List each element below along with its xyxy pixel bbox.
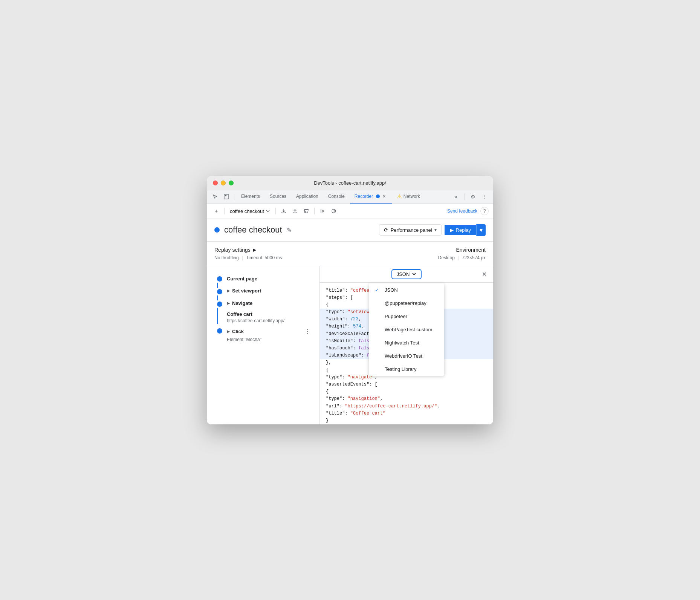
settings-area: Replay settings ▶ No throttling | Timeou… [207,242,493,266]
json-line-18: "title": "Coffee cart" [326,410,487,417]
import-icon [292,208,298,214]
json-format-selector[interactable]: JSON [391,269,422,279]
close-recorder-tab[interactable]: ✕ [381,193,387,199]
json-line-17: "url": "https://coffee-cart.netlify.app/… [326,403,487,410]
import-btn[interactable] [290,206,300,216]
play-step-btn[interactable] [318,206,327,216]
title-bar: DevTools - coffee-cart.netlify.app/ [207,176,493,190]
replay-settings-title[interactable]: Replay settings ▶ [214,247,438,253]
dropdown-item-puppeteer-replay[interactable]: @puppeteer/replay [369,297,444,310]
warning-icon: ⚠ [397,193,402,199]
replay-main-btn[interactable]: ▶ Replay [445,225,476,235]
dropdown-item-testing-library[interactable]: Testing Library [369,363,444,376]
json-line-15: { [326,388,487,395]
tab-console[interactable]: Console [324,190,349,204]
step-dot-navigate [217,302,222,307]
more-options-btn[interactable]: ⋮ [480,191,490,202]
steps-panel: Current page ▶ Set viewport [207,266,320,424]
dropdown-item-webpagetest[interactable]: WebPageTest custom [369,323,444,336]
replay-dropdown-btn[interactable]: ▾ [476,224,486,236]
close-button[interactable] [213,181,218,185]
delete-icon [304,208,309,214]
step-set-viewport: ▶ Set viewport [207,285,319,297]
json-line-19: } [326,417,487,424]
tabs-bar: Elements Sources Application Console Rec… [207,190,493,204]
inspect-icon-btn[interactable] [221,191,232,202]
maximize-button[interactable] [229,181,234,185]
step-title-navigate: Navigate [232,300,252,306]
svg-rect-0 [224,194,229,199]
toolbar-separator-2 [275,208,276,214]
more-tabs-btn[interactable]: » [451,191,461,202]
tab-application[interactable]: Application [292,190,323,204]
toolbar-separator-3 [314,208,315,214]
json-format-label: JSON [397,271,410,277]
step-arrow-set-viewport[interactable]: ▶ [227,288,230,293]
replay-play-icon: ▶ [450,227,454,233]
tab-sources[interactable]: Sources [265,190,291,204]
header-actions: ⟳ Performance panel ▾ ▶ Replay ▾ [379,224,486,236]
svg-rect-1 [225,195,226,196]
performance-icon: ⟳ [384,227,388,233]
step-arrow-click[interactable]: ▶ [227,329,230,334]
step-title-coffee-cart: Coffee cart [227,311,252,317]
devtools-window: DevTools - coffee-cart.netlify.app/ Elem… [207,176,493,424]
dropdown-item-puppeteer[interactable]: Puppeteer [369,310,444,323]
step-title-current-page: Current page [227,276,257,282]
step-title-set-viewport: Set viewport [232,288,261,294]
cursor-icon-btn[interactable] [210,191,220,202]
edit-title-icon[interactable]: ✎ [287,227,292,234]
add-recording-btn[interactable]: + [211,206,221,216]
step-dot-set-viewport [217,289,222,294]
record-btn[interactable] [329,206,339,216]
toolbar-right: Send feedback ? [447,207,489,215]
export-btn[interactable] [279,206,289,216]
tabs-more-section: » ⚙ ⋮ [451,191,490,202]
toolbar-separator-1 [224,208,225,214]
play-step-icon [320,208,325,214]
tab-elements[interactable]: Elements [237,190,264,204]
record-icon [331,208,336,214]
recording-header: coffee checkout ✎ ⟳ Performance panel ▾ … [207,219,493,242]
step-more-menu-btn[interactable]: ⋮ [303,327,312,336]
check-icon-json: ✓ [375,287,381,293]
json-toolbar: JSON ✓ JSON @puppeteer/replay [320,266,493,283]
dropdown-item-nightwatch[interactable]: Nightwatch Test [369,336,444,349]
traffic-lights [213,181,234,185]
send-feedback-link[interactable]: Send feedback [447,208,477,214]
devtools-container: Elements Sources Application Console Rec… [207,190,493,424]
json-line-16: "type": "navigation", [326,395,487,403]
step-dot-click [217,328,222,334]
selector-chevron-icon [266,209,270,213]
settings-expand-icon: ▶ [253,247,256,253]
step-subtitle-click: Element "Mocha" [227,337,312,342]
perf-panel-dropdown-arrow-icon: ▾ [434,227,437,233]
replay-btn-group: ▶ Replay ▾ [445,224,486,236]
step-dot-current-page [217,276,222,282]
help-btn[interactable]: ? [480,207,489,215]
recording-selector[interactable]: coffee checkout [228,208,272,215]
step-title-click: Click [232,329,244,334]
json-panel-close-btn[interactable]: ✕ [480,269,489,279]
env-divider: | [458,255,459,260]
recording-status-dot [214,227,220,233]
replay-settings-section: Replay settings ▶ No throttling | Timeou… [214,247,438,260]
environment-meta: Desktop | 723×574 px [438,255,486,260]
minimize-button[interactable] [221,181,226,185]
dropdown-item-webdriverio[interactable]: WebdriverIO Test [369,349,444,363]
delete-btn[interactable] [301,206,311,216]
environment-section: Environment Desktop | 723×574 px [438,247,486,260]
settings-btn[interactable]: ⚙ [468,191,478,202]
tab-separator-1 [234,193,234,200]
tab-network-warning[interactable]: ⚠ Network [393,190,425,204]
tab-recorder[interactable]: Recorder ✕ [350,190,392,204]
step-content-current-page: Current page [227,275,312,282]
toolbar: + coffee checkout [207,204,493,219]
performance-panel-btn[interactable]: ⟳ Performance panel ▾ [379,224,442,236]
settings-meta: No throttling | Timeout: 5000 ms [214,255,438,260]
step-arrow-navigate[interactable]: ▶ [227,301,230,306]
dropdown-item-json[interactable]: ✓ JSON [369,283,444,297]
svg-point-2 [376,194,380,198]
step-subtitle-coffee-cart: https://coffee-cart.netlify.app/ [227,318,312,323]
step-content-click: ▶ Click ⋮ Element "Mocha" [227,327,312,342]
